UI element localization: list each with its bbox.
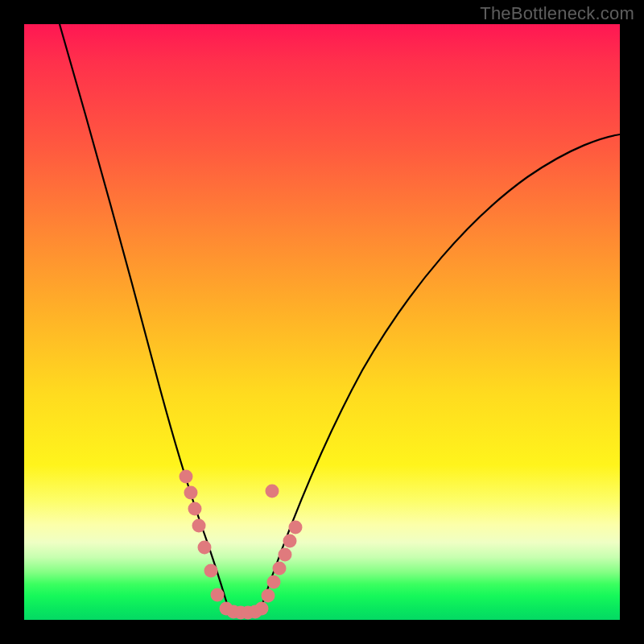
svg-point-13	[262, 589, 275, 603]
svg-point-6	[211, 588, 225, 602]
svg-point-12	[255, 602, 269, 616]
svg-point-15	[273, 562, 287, 576]
curve-left-branch	[60, 24, 227, 604]
isolated-dot	[266, 485, 279, 498]
svg-point-3	[192, 519, 206, 533]
curve-right-branch	[262, 134, 620, 604]
svg-point-18	[289, 521, 303, 535]
svg-point-14	[267, 576, 281, 589]
svg-point-1	[184, 486, 198, 500]
svg-point-17	[283, 535, 297, 548]
svg-point-16	[279, 548, 292, 562]
svg-point-4	[198, 541, 212, 555]
svg-point-5	[204, 564, 218, 578]
curves-svg	[24, 24, 620, 620]
dotted-overlay-right	[262, 521, 303, 603]
plot-area	[24, 24, 620, 620]
chart-stage: TheBottleneck.com	[0, 0, 644, 644]
watermark-label: TheBottleneck.com	[480, 3, 634, 24]
svg-point-2	[188, 502, 202, 516]
dotted-overlay-floor	[220, 602, 269, 620]
svg-point-0	[180, 470, 193, 484]
dotted-overlay-left	[180, 470, 225, 602]
